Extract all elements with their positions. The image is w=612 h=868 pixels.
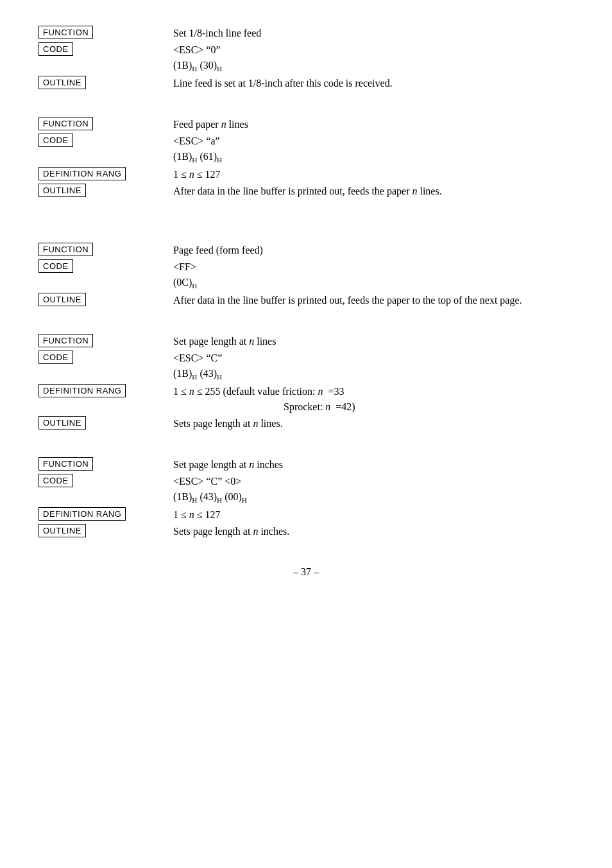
code-label: CODE — [38, 42, 73, 56]
function-label: FUNCTION — [38, 243, 93, 256]
label-cell: CODE — [38, 134, 167, 147]
outline-row-5: OUTLINE Sets page length at n inches. — [38, 524, 574, 539]
label-cell: FUNCTION — [38, 243, 167, 256]
outline-row-3: OUTLINE After data in the line buffer is… — [38, 293, 574, 308]
defrange-content-4: 1 ≤ n ≤ 255 (default value friction: n =… — [167, 384, 574, 415]
defrange-label: DEFINITION RANG — [38, 507, 126, 521]
function-label: FUNCTION — [38, 26, 93, 39]
outline-label: OUTLINE — [38, 293, 86, 306]
outline-row-2: OUTLINE After data in the line buffer is… — [38, 184, 574, 199]
function-row-5: FUNCTION Set page length at n inches — [38, 457, 574, 473]
defrange-label: DEFINITION RANG — [38, 384, 126, 397]
function-label: FUNCTION — [38, 334, 93, 347]
function-label: FUNCTION — [38, 117, 93, 130]
function-row-1: FUNCTION Set 1/8-inch line feed — [38, 26, 574, 41]
outline-label: OUTLINE — [38, 76, 86, 89]
label-cell: DEFINITION RANG — [38, 384, 167, 397]
code-content-2: <ESC> “a” (1B)H (61)H — [167, 134, 574, 166]
label-cell: CODE — [38, 351, 167, 364]
defrange-label: DEFINITION RANG — [38, 167, 126, 180]
section-5: FUNCTION Set page length at n inches COD… — [38, 457, 574, 541]
outline-row-4: OUTLINE Sets page length at n lines. — [38, 416, 574, 431]
function-content-1: Set 1/8-inch line feed — [167, 26, 574, 41]
label-cell: CODE — [38, 42, 167, 56]
outline-content-4: Sets page length at n lines. — [167, 416, 574, 431]
outline-content-5: Sets page length at n inches. — [167, 524, 574, 539]
label-cell: FUNCTION — [38, 117, 167, 130]
label-cell: FUNCTION — [38, 26, 167, 39]
label-cell: DEFINITION RANG — [38, 507, 167, 521]
defrange-content-2: 1 ≤ n ≤ 127 — [167, 167, 574, 182]
label-cell: OUTLINE — [38, 524, 167, 537]
code-label: CODE — [38, 259, 73, 273]
code-label: CODE — [38, 134, 73, 147]
outline-label: OUTLINE — [38, 184, 86, 197]
label-cell: DEFINITION RANG — [38, 167, 167, 180]
code-label: CODE — [38, 351, 73, 364]
code-label: CODE — [38, 474, 73, 487]
code-content-3: <FF> (0C)H — [167, 259, 574, 291]
code-content-4: <ESC> “C” (1B)H (43)H — [167, 351, 574, 383]
code-row-1: CODE <ESC> “0” (1B)H (30)H — [38, 42, 574, 74]
code-content-1: <ESC> “0” (1B)H (30)H — [167, 42, 574, 74]
section-1: FUNCTION Set 1/8-inch line feed CODE <ES… — [38, 26, 574, 92]
label-cell: OUTLINE — [38, 293, 167, 306]
defrange-row-5: DEFINITION RANG 1 ≤ n ≤ 127 — [38, 507, 574, 523]
function-row-3: FUNCTION Page feed (form feed) — [38, 243, 574, 258]
label-cell: FUNCTION — [38, 334, 167, 347]
code-row-2: CODE <ESC> “a” (1B)H (61)H — [38, 134, 574, 166]
label-cell: CODE — [38, 474, 167, 487]
defrange-row-2: DEFINITION RANG 1 ≤ n ≤ 127 — [38, 167, 574, 182]
function-label: FUNCTION — [38, 457, 93, 471]
section-2: FUNCTION Feed paper n lines CODE <ESC> “… — [38, 117, 574, 200]
label-cell: FUNCTION — [38, 457, 167, 471]
page-number: – 37 – — [293, 566, 319, 577]
outline-content-2: After data in the line buffer is printed… — [167, 184, 574, 199]
label-cell: OUTLINE — [38, 76, 167, 89]
defrange-content-5: 1 ≤ n ≤ 127 — [167, 507, 574, 523]
function-content-3: Page feed (form feed) — [167, 243, 574, 258]
section-3: FUNCTION Page feed (form feed) CODE <FF>… — [38, 243, 574, 309]
code-row-5: CODE <ESC> “C” <0> (1B)H (43)H (00)H — [38, 474, 574, 506]
function-content-4: Set page length at n lines — [167, 334, 574, 349]
document-body: FUNCTION Set 1/8-inch line feed CODE <ES… — [38, 26, 574, 578]
function-row-2: FUNCTION Feed paper n lines — [38, 117, 574, 132]
code-row-3: CODE <FF> (0C)H — [38, 259, 574, 291]
outline-content-1: Line feed is set at 1/8-inch after this … — [167, 76, 574, 91]
page-footer: – 37 – — [38, 566, 574, 578]
outline-content-3: After data in the line buffer is printed… — [167, 293, 574, 308]
function-content-5: Set page length at n inches — [167, 457, 574, 473]
function-row-4: FUNCTION Set page length at n lines — [38, 334, 574, 349]
label-cell: OUTLINE — [38, 184, 167, 197]
defrange-row-4: DEFINITION RANG 1 ≤ n ≤ 255 (default val… — [38, 384, 574, 415]
function-content-2: Feed paper n lines — [167, 117, 574, 132]
outline-row-1: OUTLINE Line feed is set at 1/8-inch aft… — [38, 76, 574, 91]
code-content-5: <ESC> “C” <0> (1B)H (43)H (00)H — [167, 474, 574, 506]
label-cell: CODE — [38, 259, 167, 273]
section-4: FUNCTION Set page length at n lines CODE… — [38, 334, 574, 433]
outline-label: OUTLINE — [38, 524, 86, 537]
outline-label: OUTLINE — [38, 416, 86, 430]
label-cell: OUTLINE — [38, 416, 167, 430]
code-row-4: CODE <ESC> “C” (1B)H (43)H — [38, 351, 574, 383]
